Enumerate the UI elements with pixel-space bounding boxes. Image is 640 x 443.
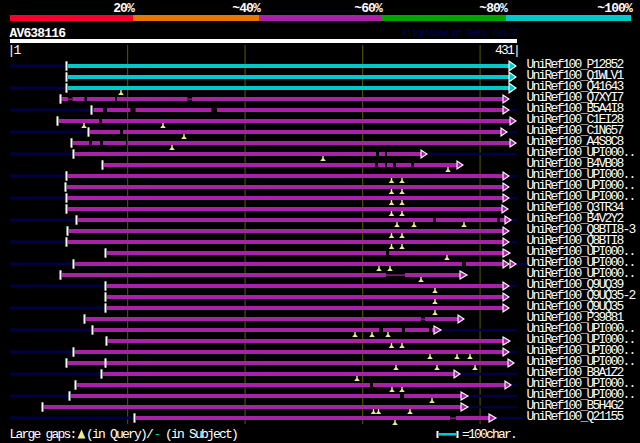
svg-text:AV638116: AV638116 — [10, 26, 67, 41]
svg-text:~40%: ~40% — [232, 1, 261, 16]
svg-text:=100char.: =100char. — [462, 427, 516, 442]
svg-text:(in Query)/: (in Query)/ — [86, 427, 154, 442]
svg-text:-: - — [154, 427, 160, 442]
svg-text:Large gaps:: Large gaps: — [10, 427, 76, 442]
svg-text:20%: 20% — [113, 1, 135, 16]
svg-text:431|: 431| — [495, 43, 519, 58]
svg-text:~100%: ~100% — [597, 1, 633, 16]
svg-text:~60%: ~60% — [354, 1, 383, 16]
svg-text:|1: |1 — [8, 43, 22, 58]
svg-text:AlignView.pm Beta rel.7: AlignView.pm Beta rel.7 — [401, 27, 518, 39]
svg-text:~80%: ~80% — [479, 1, 508, 16]
svg-text:(in Subject): (in Subject) — [165, 427, 237, 442]
svg-text:UniRef100_Q21155: UniRef100_Q21155 — [527, 409, 624, 424]
